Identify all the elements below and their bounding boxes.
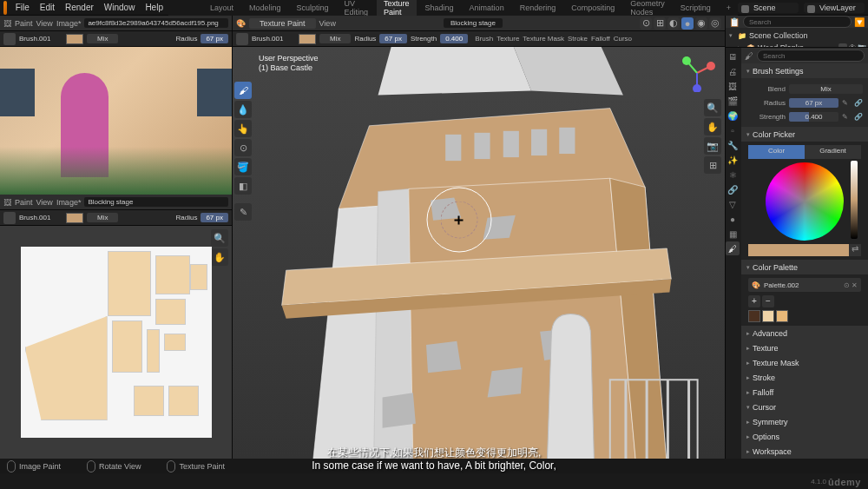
hdr-view[interactable]: View: [36, 19, 53, 28]
viewport-overlay-icon[interactable]: ◐: [667, 17, 680, 30]
link-icon[interactable]: 🔗: [854, 99, 863, 107]
scene-selector[interactable]: Scene: [738, 3, 799, 13]
panel-texture-mask[interactable]: Texture Mask: [741, 355, 868, 370]
ws-tab[interactable]: Layout: [203, 2, 240, 14]
texture-menu[interactable]: Texture: [496, 35, 519, 43]
color-wheel[interactable]: [766, 162, 844, 241]
slot-name[interactable]: Blocking stage: [444, 18, 503, 28]
tree-collection[interactable]: ▸📦 Wood Planks 👁📷: [727, 42, 866, 48]
ws-tab[interactable]: Rendering: [513, 2, 563, 14]
viewport-overlay-icon[interactable]: ⊙: [640, 17, 652, 30]
panel-brush-settings[interactable]: Brush Settings: [741, 63, 868, 78]
panel-color-palette[interactable]: Color Palette: [741, 260, 868, 274]
prop-tab-particle-icon[interactable]: ✨: [726, 153, 740, 167]
clone-tool-icon[interactable]: ⊙: [234, 139, 252, 156]
ws-tab[interactable]: Modeling: [242, 2, 288, 14]
zoom-icon[interactable]: 🔍: [704, 99, 721, 116]
prop-tab-modifier-icon[interactable]: 🔧: [726, 138, 740, 152]
tree-root[interactable]: ▾📁 Scene Collection: [727, 30, 866, 42]
radius-value[interactable]: 67 px: [201, 213, 228, 222]
strength-value[interactable]: 0.400: [440, 34, 468, 43]
blend-mode[interactable]: Mix: [87, 34, 118, 43]
panel-workspace[interactable]: Workspace: [741, 444, 868, 459]
prop-tab-output-icon[interactable]: 🖨: [726, 64, 740, 78]
brush-color-swatch[interactable]: [66, 213, 83, 223]
brush-color-swatch[interactable]: [66, 34, 83, 44]
shading-material-icon[interactable]: ◉: [695, 17, 707, 30]
ws-tab[interactable]: Animation: [463, 2, 511, 14]
annotate-tool-icon[interactable]: ✎: [234, 203, 252, 221]
brush-icon[interactable]: [3, 212, 16, 224]
pressure-icon[interactable]: ✎: [842, 99, 851, 107]
panel-cursor[interactable]: Cursor: [741, 400, 868, 414]
outliner-search[interactable]: [743, 16, 852, 28]
mask-tool-icon[interactable]: ◧: [234, 177, 252, 195]
blend-field[interactable]: Mix: [789, 84, 863, 94]
brush-color-swatch[interactable]: [299, 34, 316, 44]
radius-value[interactable]: 67 px: [201, 34, 228, 43]
radius-value[interactable]: 67 px: [379, 34, 407, 43]
menu-file[interactable]: File: [10, 3, 35, 12]
hdr-paint[interactable]: Paint: [15, 198, 33, 207]
prop-tab-tool-icon[interactable]: 🖌: [726, 241, 740, 255]
prop-tab-scene-icon[interactable]: 🎬: [726, 94, 740, 108]
outliner[interactable]: ▾📁 Scene Collection ▸📦 Wood Planks 👁📷 ▸📦…: [726, 28, 868, 48]
viewport-overlay-icon[interactable]: ⊞: [654, 17, 666, 30]
menu-window[interactable]: Window: [99, 3, 141, 12]
nav-gizmo[interactable]: [678, 54, 716, 92]
brush-icon[interactable]: [3, 33, 16, 45]
hdr-image[interactable]: Image*: [56, 198, 82, 207]
panel-symmetry[interactable]: Symmetry: [741, 414, 868, 429]
active-color-swatch[interactable]: [748, 244, 849, 256]
cp-tab-color[interactable]: Color: [748, 145, 805, 159]
filter-icon[interactable]: 🔽: [854, 17, 865, 27]
ws-tab[interactable]: Compositing: [564, 2, 621, 14]
prop-tab-material-icon[interactable]: ●: [726, 212, 740, 226]
radius-field[interactable]: 67 px: [789, 98, 838, 108]
palette-swatch[interactable]: [748, 310, 760, 322]
prop-tab-constraint-icon[interactable]: 🔗: [726, 182, 740, 196]
uv-texture-view[interactable]: 🔍 ✋: [0, 226, 232, 459]
panel-advanced[interactable]: Advanced: [741, 326, 868, 340]
ws-tab[interactable]: Shading: [418, 2, 461, 14]
shading-rendered-icon[interactable]: ◎: [709, 17, 721, 30]
hdr-paint[interactable]: Paint: [15, 19, 33, 28]
link-icon[interactable]: 🔗: [854, 113, 863, 121]
hand-icon[interactable]: ✋: [211, 248, 228, 266]
ws-tab[interactable]: Sculpting: [290, 2, 336, 14]
menu-edit[interactable]: Edit: [35, 3, 60, 12]
zoom-icon[interactable]: 🔍: [211, 229, 228, 247]
palette-selector[interactable]: 🎨Palette.002 ⊙ ✕: [748, 278, 861, 292]
soften-tool-icon[interactable]: 💧: [234, 101, 252, 118]
ws-tab[interactable]: Scripting: [674, 2, 718, 14]
prop-tab-texture-icon[interactable]: ▦: [726, 227, 740, 241]
prop-tab-render-icon[interactable]: 🖥: [726, 50, 740, 63]
palette-swatch[interactable]: [776, 310, 788, 322]
fill-tool-icon[interactable]: 🪣: [234, 158, 252, 175]
pressure-icon[interactable]: ✎: [842, 113, 851, 121]
brush-name[interactable]: Brush.001: [19, 35, 62, 43]
falloff-menu[interactable]: Falloff: [591, 35, 610, 43]
palette-remove-icon[interactable]: −: [762, 295, 774, 307]
hdr-view[interactable]: View: [36, 198, 53, 207]
panel-texture[interactable]: Texture: [741, 340, 868, 355]
palette-add-icon[interactable]: +: [748, 295, 760, 307]
brush-name[interactable]: Brush.001: [252, 35, 295, 43]
reference-image-view[interactable]: [0, 47, 232, 195]
cp-tab-gradient[interactable]: Gradient: [805, 145, 861, 159]
image-filename[interactable]: ae9fc8f8d3e2989a643745d56acdf195.png: [84, 18, 228, 28]
strength-field[interactable]: 0.400: [789, 112, 838, 122]
cursor-menu[interactable]: Curso: [614, 35, 632, 43]
persp-icon[interactable]: ⊞: [704, 156, 721, 174]
swap-colors-icon[interactable]: ⇄: [849, 244, 861, 256]
mode-dropdown[interactable]: Texture Paint: [249, 18, 316, 29]
value-slider[interactable]: [851, 161, 858, 239]
brush-menu[interactable]: Brush: [475, 35, 493, 43]
draw-tool-icon[interactable]: 🖌: [234, 82, 252, 99]
pan-icon[interactable]: ✋: [704, 118, 721, 135]
blend-mode[interactable]: Mix: [319, 34, 351, 43]
props-search[interactable]: [757, 50, 865, 62]
prop-tab-world-icon[interactable]: 🌍: [726, 109, 740, 122]
blend-mode[interactable]: Mix: [87, 213, 118, 222]
3d-viewport[interactable]: User Perspective (1) Base Castle 🔍 ✋ 📷 ⊞: [233, 47, 725, 459]
